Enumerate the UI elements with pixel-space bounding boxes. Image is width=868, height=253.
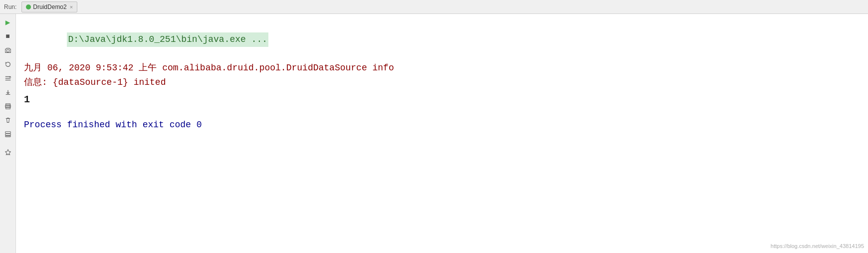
- tab-close-button[interactable]: ×: [70, 4, 73, 10]
- svg-point-0: [6, 49, 9, 52]
- log-line-2: 信息: {dataSource-1} inited: [24, 75, 860, 90]
- pin-button[interactable]: [1, 146, 14, 159]
- tab-bar: Run: DruidDemo2 ×: [0, 0, 868, 14]
- delete-button[interactable]: [1, 114, 14, 127]
- run-label: Run:: [4, 3, 16, 10]
- tab-status-icon: [26, 4, 31, 9]
- stop-button[interactable]: ■: [1, 30, 14, 43]
- log-line-1: 九月 06, 2020 9:53:42 上午 com.alibaba.druid…: [24, 61, 860, 75]
- svg-rect-9: [5, 134, 10, 136]
- process-finished-line: Process finished with exit code 0: [24, 118, 860, 132]
- watermark: https://blog.csdn.net/weixin_43814195: [771, 243, 864, 249]
- main-area: ▶ ■: [0, 14, 868, 253]
- tab-druid-demo2[interactable]: DruidDemo2 ×: [21, 1, 77, 12]
- screenshot-button[interactable]: [1, 44, 14, 57]
- sidebar: ▶ ■: [0, 14, 16, 253]
- command-text: D:\Java\jdk1.8.0_251\bin\java.exe ...: [67, 32, 268, 47]
- rerun-button[interactable]: [1, 58, 14, 71]
- svg-rect-8: [5, 132, 10, 134]
- run-panel: Run: DruidDemo2 × ▶ ■: [0, 0, 868, 253]
- divider: [24, 108, 860, 110]
- print-button[interactable]: [1, 100, 14, 113]
- command-line: D:\Java\jdk1.8.0_251\bin\java.exe ...: [24, 18, 860, 61]
- tab-name: DruidDemo2: [33, 3, 66, 10]
- console-area: D:\Java\jdk1.8.0_251\bin\java.exe ... 九月…: [16, 14, 868, 253]
- import-button[interactable]: [1, 86, 14, 99]
- svg-rect-10: [5, 136, 10, 137]
- result-number: 1: [24, 92, 860, 108]
- sort-button[interactable]: [1, 72, 14, 85]
- play-button[interactable]: ▶: [1, 16, 14, 29]
- layers-button[interactable]: [1, 128, 14, 141]
- svg-point-7: [9, 106, 9, 106]
